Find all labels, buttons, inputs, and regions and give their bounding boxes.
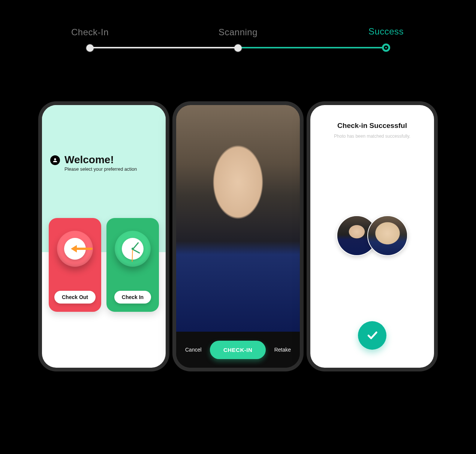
checkin-card[interactable]: Check In <box>106 218 159 312</box>
success-subtitle: Photo has been matched successfully. <box>319 133 426 140</box>
checkout-card[interactable]: Check Out <box>49 218 101 312</box>
avatar-captured <box>367 215 408 256</box>
step-label: Check-In <box>71 27 109 38</box>
phone-checkin-chooser: Welcome! Please select your preferred ac… <box>42 105 166 368</box>
progress-stepper: Check-In Scanning Success <box>67 26 409 52</box>
success-title: Check-in Successful <box>319 122 426 130</box>
checkout-bubble <box>57 231 93 267</box>
camera-action-bar: Cancel CHECK-IN Retake <box>176 332 300 368</box>
stepper-track-fill <box>238 47 386 48</box>
step-dot-icon <box>234 44 242 52</box>
checkin-bubble <box>115 231 151 267</box>
retake-button[interactable]: Retake <box>273 344 292 355</box>
checkout-button[interactable]: Check Out <box>54 291 96 304</box>
confirm-checkin-button[interactable]: CHECK-IN <box>210 341 266 359</box>
step-dot-icon <box>382 44 390 52</box>
step-dot-icon <box>86 44 94 52</box>
done-button[interactable] <box>358 321 386 350</box>
cancel-button[interactable]: Cancel <box>184 344 203 355</box>
photo-match <box>310 215 434 256</box>
checkin-button[interactable]: Check In <box>114 291 151 304</box>
check-icon <box>366 329 379 343</box>
phones-stage: Welcome! Please select your preferred ac… <box>0 105 476 368</box>
phone-scanning: Cancel CHECK-IN Retake <box>176 105 300 368</box>
welcome-subtitle: Please select your preferred action <box>64 167 137 172</box>
camera-preview <box>176 105 300 332</box>
clock-icon <box>122 238 144 260</box>
person-icon <box>50 155 60 165</box>
action-cards: Check Out Check In <box>49 218 159 312</box>
welcome-title: Welcome! <box>64 154 137 166</box>
step-label: Scanning <box>219 27 257 38</box>
arrow-left-icon <box>64 238 86 260</box>
phone-success: Check-in Successful Photo has been match… <box>310 105 434 368</box>
step-label: Success <box>368 26 404 37</box>
